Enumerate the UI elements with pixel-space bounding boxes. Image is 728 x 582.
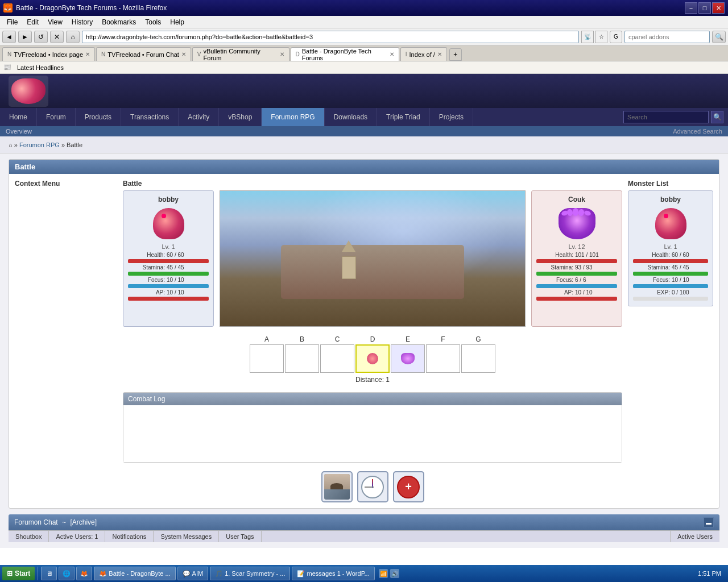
grid-cell-d[interactable] <box>355 344 390 373</box>
star-icon[interactable]: ☆ <box>595 31 607 43</box>
nav-projects[interactable]: Projects <box>430 108 473 126</box>
search-engine-icon[interactable]: G <box>610 31 622 43</box>
menu-view[interactable]: View <box>43 17 67 27</box>
advanced-search-link[interactable]: Advanced Search <box>673 128 722 135</box>
action-icon-medic[interactable]: + <box>393 471 424 502</box>
tab-vbulletin[interactable]: V vBulletin Community Forum ✕ <box>192 47 289 61</box>
nav-downloads[interactable]: Downloads <box>325 108 377 126</box>
taskbar-icon-area[interactable]: 🖥 <box>41 567 57 580</box>
grid-cell-c[interactable] <box>320 344 354 373</box>
address-input[interactable] <box>82 31 579 43</box>
enemy-spine2 <box>566 209 573 217</box>
breadcrumb-forumon-link[interactable]: Forumon RPG <box>19 142 60 148</box>
tab-battle[interactable]: D Battle - DragonByte Tech Forums ✕ <box>291 47 399 61</box>
chat-tab-active-users[interactable]: Active Users: 1 <box>49 531 105 542</box>
distance-text: Distance: 1 <box>123 376 622 384</box>
battle-image <box>220 190 526 327</box>
ml-focus-value: 10 / 10 <box>672 277 689 283</box>
site-logo-icon <box>9 76 48 107</box>
taskbar-ff-icon-label: 🦊 <box>80 570 88 577</box>
search-submit-button[interactable]: 🔍 <box>712 31 726 43</box>
nav-forumon-rpg[interactable]: Forumon RPG <box>262 108 324 126</box>
player-health-bar <box>128 259 209 263</box>
ml-stamina-value: 45 / 45 <box>672 264 689 271</box>
aim-taskbar-icon: 💬 <box>183 570 191 577</box>
tab-close-battle[interactable]: ✕ <box>390 51 394 57</box>
minimize-button[interactable]: − <box>685 2 697 14</box>
enemy-spine5 <box>583 210 591 217</box>
forward-button[interactable]: ► <box>18 31 32 43</box>
grid-label-g: G <box>461 335 495 343</box>
cross-symbol: + <box>405 480 412 493</box>
chat-tab-notifications[interactable]: Notifications <box>105 531 154 542</box>
main-content: Battle Context Menu Battle Monster List <box>0 153 728 548</box>
menu-tools[interactable]: Tools <box>140 17 166 27</box>
chat-tab-shoutbox[interactable]: Shoutbox <box>9 531 49 542</box>
grid-cell-g[interactable] <box>461 344 495 373</box>
nav-products[interactable]: Products <box>76 108 121 126</box>
chat-title: Forumon Chat ~ [Archive] <box>14 518 97 526</box>
grid-cell-a[interactable] <box>250 344 284 373</box>
monster-list-panel: bobby Lv. 1 Health: 60 / 60 <box>628 190 713 502</box>
tab-tvfreeload-index[interactable]: N TVFreeload • Index page ✕ <box>2 47 95 61</box>
browser-search-input[interactable] <box>624 31 710 43</box>
chat-toggle-button[interactable]: ▬ <box>704 517 714 527</box>
enemy-focus-row: Focus: 6 / 6 <box>536 277 617 283</box>
grid-cell-b[interactable] <box>285 344 319 373</box>
new-tab-button[interactable]: + <box>449 48 462 61</box>
enemy-sprite-visual <box>559 206 595 240</box>
menu-help[interactable]: Help <box>166 17 189 27</box>
taskbar-wordpress-btn[interactable]: 📝 messages 1 - WordP... <box>292 567 374 580</box>
menu-file[interactable]: File <box>2 17 22 27</box>
home-button[interactable]: ⌂ <box>66 31 80 43</box>
enemy-ap-bar <box>536 297 617 301</box>
enemy-monster-sprite <box>560 206 594 240</box>
enemy-stamina-bar <box>536 272 617 276</box>
tab-close-vbulletin[interactable]: ✕ <box>280 51 284 57</box>
nav-transactions[interactable]: Transactions <box>121 108 179 126</box>
enemy-spine4 <box>578 209 585 217</box>
action-icon-compass[interactable] <box>357 471 388 502</box>
nav-triple-triad[interactable]: Triple Triad <box>377 108 430 126</box>
nav-activity[interactable]: Activity <box>179 108 219 126</box>
nav-search-input[interactable] <box>623 111 709 123</box>
tab-close-tvfreeload-index[interactable]: ✕ <box>85 51 90 57</box>
maximize-button[interactable]: □ <box>698 2 711 14</box>
menu-bookmarks[interactable]: Bookmarks <box>97 17 140 27</box>
close-button[interactable]: ✕ <box>712 2 725 14</box>
stop-button[interactable]: ✕ <box>50 31 64 43</box>
taskbar-aim-btn[interactable]: 💬 AIM <box>177 567 209 580</box>
player-ap-label: AP: <box>128 289 165 296</box>
tab-index[interactable]: I Index of / ✕ <box>400 47 447 61</box>
start-button[interactable]: ⊞ Start <box>2 567 35 580</box>
back-button[interactable]: ◄ <box>2 31 16 43</box>
taskbar-firefox-icon[interactable]: 🦊 <box>76 567 92 580</box>
taskbar-battle-btn[interactable]: 🦊 Battle - DragonByte ... <box>94 567 175 580</box>
reload-button[interactable]: ↺ <box>34 31 48 43</box>
overview-link[interactable]: Overview <box>6 128 32 135</box>
nav-vbshop[interactable]: vBShop <box>219 108 262 126</box>
chat-tab-system[interactable]: System Messages <box>154 531 219 542</box>
nav-forum[interactable]: Forum <box>37 108 76 126</box>
grid-cell-f[interactable] <box>426 344 460 373</box>
medic-icon: + <box>397 476 420 498</box>
chat-tab-user-tags[interactable]: User Tags <box>219 531 261 542</box>
taskbar-ie-icon[interactable]: 🌐 <box>59 567 75 580</box>
nav-home[interactable]: Home <box>0 108 37 126</box>
grid-cell-e[interactable] <box>391 344 425 373</box>
tab-tvfreeload-chat[interactable]: N TVFreeload • Forum Chat ✕ <box>96 47 191 61</box>
tab-close-index[interactable]: ✕ <box>437 51 442 57</box>
window-controls[interactable]: − □ ✕ <box>685 2 725 14</box>
monster-list-header: Monster List <box>628 180 713 188</box>
enemy-stamina-row: Stamina: 93 / 93 <box>536 264 617 271</box>
menu-history[interactable]: History <box>67 17 97 27</box>
chat-tab-active-users-right[interactable]: Active Users <box>670 531 719 542</box>
rss-icon[interactable]: 📡 <box>581 31 594 43</box>
menu-edit[interactable]: Edit <box>22 17 43 27</box>
player-focus-label: Focus: <box>128 277 165 283</box>
action-icon-character[interactable] <box>321 471 353 502</box>
nav-search-button[interactable]: 🔍 <box>711 111 723 123</box>
ml-focus-bar <box>633 284 708 288</box>
taskbar-scar-btn[interactable]: 🎵 1. Scar Symmetry - ... <box>210 567 290 580</box>
tab-close-tvfreeload-chat[interactable]: ✕ <box>181 51 186 57</box>
